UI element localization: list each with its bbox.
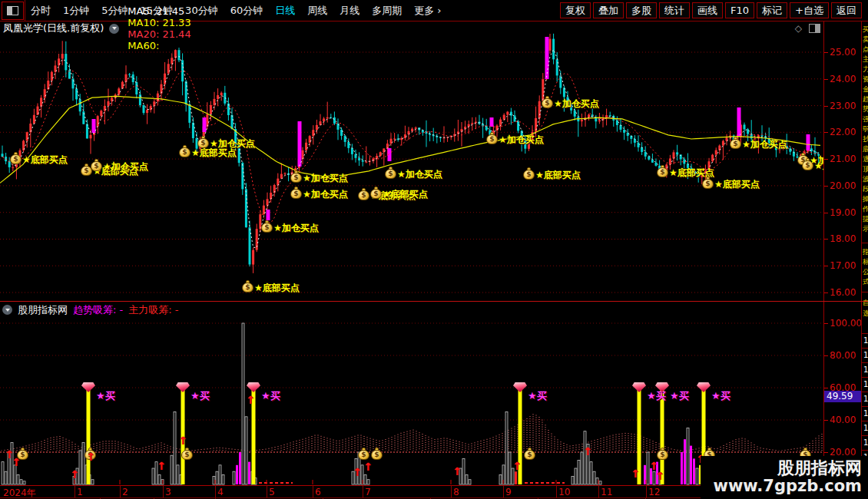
price-axis-label: 18.00 xyxy=(830,233,856,244)
right-strip-text: 作 xyxy=(863,206,868,213)
period-item[interactable]: 1分钟 xyxy=(63,4,89,18)
time-axis-month: 9 xyxy=(505,487,512,497)
diamond-icon[interactable]: ◇ xyxy=(795,23,802,34)
title-row: 凤凰光学(日线.前复权) MA5: 21.45MA10: 21.33MA20: … xyxy=(3,22,191,35)
right-strip-text: 提 xyxy=(863,216,868,223)
right-strip-text: 金 xyxy=(863,86,868,93)
price-axis: 49.59 25.0024.0023.0022.0021.0020.0019.0… xyxy=(823,21,861,499)
right-strip-text: 力 xyxy=(863,66,868,73)
panel-toggle-icon[interactable] xyxy=(809,24,820,33)
indicator-axis-label: 100.00 xyxy=(830,318,862,329)
right-strip-text: 波 xyxy=(863,176,868,183)
watermark: 股朋指标网 www.7gpzb.com xyxy=(701,456,868,499)
layout-icon[interactable] xyxy=(2,2,24,20)
right-strip-text: 买 xyxy=(863,26,868,33)
time-axis-month: 3 xyxy=(165,487,171,497)
stock-title[interactable]: 凤凰光学(日线.前复权) xyxy=(3,21,104,35)
toolbar-button[interactable]: 统计 xyxy=(659,2,690,18)
time-axis-month: 7 xyxy=(365,487,371,497)
right-strip-text: 逃 xyxy=(863,156,868,163)
indicator-field-main: 主力吸筹: - xyxy=(128,303,178,317)
indicator-axis-label: 40.00 xyxy=(830,415,856,425)
right-strip-item[interactable]: 1 xyxy=(863,424,868,432)
price-axis-label: 20.00 xyxy=(830,180,856,191)
chevron-down-icon[interactable] xyxy=(2,305,12,315)
right-strip-text: 点 xyxy=(863,46,868,53)
right-strip-text: 顶 xyxy=(863,166,868,173)
price-axis-label: 17.00 xyxy=(830,260,856,271)
title-row-icons: ◇ xyxy=(795,23,820,34)
time-axis-month: 8 xyxy=(453,487,459,497)
toolbar-button[interactable]: 画线 xyxy=(692,2,723,18)
toolbar-button[interactable]: 标记 xyxy=(757,2,787,18)
watermark-name: 股朋指标网 xyxy=(713,458,862,478)
period-item[interactable]: 日线 xyxy=(275,4,295,18)
right-strip-item[interactable]: 1 xyxy=(863,438,868,447)
period-item[interactable]: 60分钟 xyxy=(230,4,263,18)
indicator-header: 股朋指标网 趋势吸筹: - 主力吸筹: - xyxy=(2,304,178,316)
ma-value: MA5: 21.45 xyxy=(128,5,190,17)
ma-value: MA20: 21.44 xyxy=(128,28,190,40)
time-axis-month: 10 xyxy=(558,487,570,497)
toolbar-button[interactable]: 复权 xyxy=(560,2,591,18)
time-axis-month: 2 xyxy=(122,487,128,497)
period-item[interactable]: 更多 › xyxy=(414,4,441,18)
toolbar: 复权叠加多股统计画线F10标记+自选返回 xyxy=(558,2,862,19)
right-strip-text: 段 xyxy=(863,186,868,193)
period-item[interactable]: 周线 xyxy=(307,4,327,18)
right-strip-text: 底 xyxy=(863,146,868,153)
period-item[interactable]: 多周期 xyxy=(372,4,402,18)
app-window: 分时1分钟5分钟15分钟30分钟60分钟日线周线月线多周期更多 › 复权叠加多股… xyxy=(0,0,868,499)
time-axis-month: 11 xyxy=(601,487,612,497)
right-strip-text: 趋 xyxy=(863,96,868,103)
indicator-chart[interactable] xyxy=(0,302,823,485)
right-strip-text: 卖 xyxy=(863,36,868,43)
time-axis-month: 4 xyxy=(217,487,224,497)
toolbar-button[interactable]: 多股 xyxy=(626,2,657,18)
right-strip-text: 选 xyxy=(863,310,868,317)
right-strip-item[interactable]: 1 xyxy=(863,380,868,388)
price-axis-label: 22.00 xyxy=(830,127,856,137)
right-strip-text: 示 xyxy=(863,226,868,233)
right-strip-text: 主 xyxy=(863,56,868,63)
price-axis-label: 23.00 xyxy=(830,101,856,111)
toolbar-button[interactable]: +自选 xyxy=(790,2,829,18)
main-price-chart[interactable] xyxy=(0,29,823,302)
right-strip-item[interactable]: 1 xyxy=(863,365,868,374)
right-strip-text: 弱 xyxy=(863,126,868,133)
indicator-axis-label: 60.00 xyxy=(830,382,856,393)
time-axis-month: 6 xyxy=(315,487,321,497)
right-strip[interactable]: 买卖点主力资金趋势强弱抄底逃顶波段操作提示指标公式自选1111111111 xyxy=(861,21,868,499)
right-strip-text: 资 xyxy=(863,76,868,83)
price-axis-label: 25.00 xyxy=(830,47,856,58)
period-item[interactable]: 月线 xyxy=(340,4,359,18)
period-menu: 分时1分钟5分钟15分钟30分钟60分钟日线周线月线多周期更多 › xyxy=(31,0,442,21)
right-strip-item[interactable]: 1 xyxy=(863,409,868,418)
toolbar-button[interactable]: F10 xyxy=(725,2,754,18)
right-strip-text: 强 xyxy=(863,116,868,123)
watermark-url: www.7gpzb.com xyxy=(713,478,862,495)
divider xyxy=(25,0,25,21)
right-strip-item[interactable]: 1 xyxy=(863,351,868,359)
right-strip-text: 势 xyxy=(863,106,868,113)
ma-value: MA10: 21.33 xyxy=(128,17,190,28)
price-axis-label: 21.00 xyxy=(830,154,856,164)
chevron-down-icon[interactable] xyxy=(109,24,119,34)
time-axis-month: 1 xyxy=(77,487,83,497)
right-strip-text: 公 xyxy=(863,269,868,276)
right-strip-item[interactable]: 1 xyxy=(863,336,868,345)
toolbar-button[interactable]: 叠加 xyxy=(593,2,624,18)
indicator-source: 股朋指标网 xyxy=(18,303,68,317)
indicator-axis-label: 80.00 xyxy=(830,350,856,361)
right-strip-text: 指 xyxy=(863,249,868,256)
toolbar-button[interactable]: 返回 xyxy=(831,2,862,18)
right-strip-text: 操 xyxy=(863,196,868,203)
period-item[interactable]: 分时 xyxy=(31,4,51,18)
time-axis-month: 5 xyxy=(269,487,275,497)
right-strip-text: 式 xyxy=(863,279,868,286)
price-axis-label: 24.00 xyxy=(830,74,856,84)
price-axis-label: 16.00 xyxy=(830,287,856,298)
ma-values: MA5: 21.45MA10: 21.33MA20: 21.44MA60: xyxy=(124,5,190,51)
right-strip-item[interactable]: 1 xyxy=(863,395,868,403)
right-strip-text: 标 xyxy=(863,259,868,266)
